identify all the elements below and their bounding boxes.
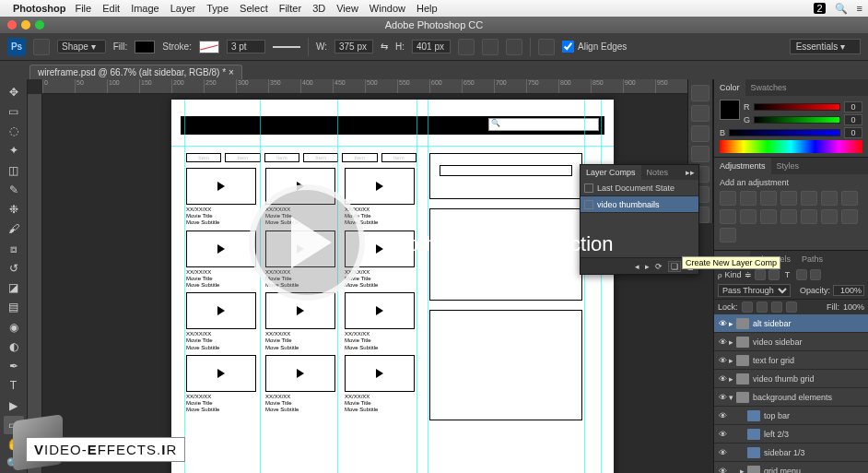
- tool-preset-icon[interactable]: [33, 39, 50, 55]
- menu-edit[interactable]: Edit: [102, 3, 120, 14]
- bw-icon[interactable]: [841, 191, 858, 206]
- b-slider[interactable]: [729, 129, 840, 136]
- g-value[interactable]: 0: [844, 114, 862, 125]
- tab-paths[interactable]: Paths: [796, 251, 828, 267]
- type-tool-icon[interactable]: T: [4, 377, 24, 395]
- history-panel-icon[interactable]: [691, 85, 710, 101]
- filter-type-icon[interactable]: T: [782, 270, 793, 279]
- menu-file[interactable]: File: [75, 3, 91, 14]
- menu-help[interactable]: Help: [416, 3, 438, 14]
- heal-tool-icon[interactable]: ❉: [4, 201, 24, 219]
- apply-icon[interactable]: [584, 183, 593, 193]
- guide[interactable]: [184, 100, 185, 473]
- filter-pixel-icon[interactable]: [755, 269, 766, 280]
- path-align-icon[interactable]: [482, 39, 499, 55]
- next-comp-icon[interactable]: ▸: [645, 262, 650, 271]
- color-lookup-icon[interactable]: [760, 209, 777, 224]
- document-tab[interactable]: wireframe.psd @ 66.7% (alt sidebar, RGB/…: [29, 65, 242, 79]
- g-slider[interactable]: [754, 116, 840, 124]
- lock-transparency-icon[interactable]: [742, 302, 753, 313]
- layers-list[interactable]: 👁▸alt sidebar👁▸video sidebar👁▸text for g…: [714, 314, 868, 473]
- lasso-tool-icon[interactable]: ◌: [4, 123, 24, 140]
- tab-adjustments[interactable]: Adjustments: [714, 158, 771, 174]
- menu-view[interactable]: View: [336, 3, 358, 14]
- layer-row[interactable]: 👁top bar: [714, 407, 868, 425]
- foreground-color-swatch[interactable]: [720, 100, 740, 120]
- gradient-map-icon[interactable]: [841, 209, 858, 224]
- layer-row[interactable]: 👁▸text for grid: [714, 351, 868, 370]
- hand-tool-icon[interactable]: ✋: [4, 436, 24, 454]
- invert-icon[interactable]: [780, 209, 797, 224]
- opacity-field[interactable]: 100%: [833, 285, 864, 296]
- link-wh-icon[interactable]: ⇆: [381, 41, 388, 52]
- r-value[interactable]: 0: [844, 101, 862, 112]
- shape-mode-select[interactable]: Shape ▾: [57, 40, 106, 53]
- layer-row[interactable]: 👁left 2/3: [714, 425, 868, 443]
- filter-smart-icon[interactable]: [810, 269, 821, 280]
- disclosure-icon[interactable]: ▸: [729, 337, 736, 347]
- layer-row[interactable]: 👁sidebar 1/3: [714, 443, 868, 462]
- menu-layer[interactable]: Layer: [170, 3, 196, 14]
- selective-color-icon[interactable]: [720, 228, 736, 242]
- zoom-tool-icon[interactable]: 🔍: [4, 455, 24, 473]
- layer-row[interactable]: 👁▸alt sidebar: [714, 314, 868, 333]
- ps-home-icon[interactable]: Ps: [7, 38, 26, 56]
- visibility-icon[interactable]: 👁: [716, 319, 729, 328]
- eyedropper-tool-icon[interactable]: ✎: [4, 181, 24, 198]
- gradient-tool-icon[interactable]: ▤: [4, 299, 24, 316]
- tab-swatches[interactable]: Swatches: [745, 79, 792, 96]
- blur-tool-icon[interactable]: ◉: [4, 318, 24, 336]
- b-value[interactable]: 0: [844, 127, 862, 138]
- guide[interactable]: [584, 100, 585, 473]
- stamp-tool-icon[interactable]: ⧈: [4, 240, 24, 257]
- new-layer-comp-button[interactable]: ❏: [668, 261, 681, 272]
- filter-adjust-icon[interactable]: [768, 269, 780, 280]
- menu-3d[interactable]: 3D: [312, 3, 325, 14]
- eraser-tool-icon[interactable]: ◪: [4, 279, 24, 297]
- ruler-vertical[interactable]: [28, 94, 42, 473]
- tab-notes[interactable]: Notes: [641, 165, 674, 180]
- visibility-icon[interactable]: 👁: [716, 448, 729, 457]
- prev-comp-icon[interactable]: ◂: [635, 262, 639, 271]
- guide[interactable]: [601, 100, 602, 473]
- apply-icon[interactable]: [584, 200, 593, 209]
- disclosure-icon[interactable]: ▸: [729, 319, 736, 328]
- layer-row[interactable]: 👁▾background elements: [714, 388, 868, 407]
- ruler-horizontal[interactable]: 0501001502002503003504004505005506006507…: [42, 79, 713, 94]
- disclosure-icon[interactable]: ▾: [729, 393, 736, 402]
- marquee-tool-icon[interactable]: ▭: [4, 102, 24, 120]
- disclosure-icon[interactable]: ▸: [729, 356, 736, 365]
- menu-filter[interactable]: Filter: [279, 3, 301, 14]
- close-tab-icon[interactable]: ×: [229, 67, 234, 77]
- history-brush-tool-icon[interactable]: ↺: [4, 259, 24, 277]
- artboard[interactable]: 🔍 ItemItemItemItemItemItem XX/XX/XXMovie…: [171, 100, 614, 473]
- gear-icon[interactable]: [538, 39, 555, 55]
- path-arrange-icon[interactable]: [506, 39, 522, 55]
- align-edges-checkbox[interactable]: [562, 41, 574, 53]
- character-panel-icon[interactable]: [691, 146, 710, 162]
- guide[interactable]: [260, 100, 261, 473]
- rectangle-tool-icon[interactable]: ▭: [4, 416, 24, 433]
- stroke-width-field[interactable]: 3 pt: [227, 40, 265, 53]
- height-field[interactable]: 401 px: [412, 40, 451, 53]
- visibility-icon[interactable]: 👁: [716, 393, 729, 402]
- tab-color[interactable]: Color: [714, 79, 745, 96]
- menu-list-icon[interactable]: ≡: [857, 3, 862, 14]
- threshold-icon[interactable]: [821, 209, 838, 224]
- wand-tool-icon[interactable]: ✦: [4, 142, 24, 160]
- path-ops-icon[interactable]: [458, 39, 475, 55]
- menu-window[interactable]: Window: [369, 3, 405, 14]
- curves-icon[interactable]: [760, 191, 777, 206]
- layer-row[interactable]: 👁▸video thumb grid: [714, 370, 868, 388]
- update-comp-icon[interactable]: ⟳: [655, 262, 663, 271]
- stroke-style-icon[interactable]: [273, 46, 300, 48]
- menu-select[interactable]: Select: [240, 3, 268, 14]
- visibility-icon[interactable]: 👁: [716, 411, 729, 420]
- guide[interactable]: [416, 100, 417, 473]
- menu-image[interactable]: Image: [131, 3, 159, 14]
- visibility-icon[interactable]: 👁: [716, 430, 729, 439]
- canvas-area[interactable]: 0501001502002503003504004505005506006507…: [28, 79, 713, 473]
- posterize-icon[interactable]: [801, 209, 817, 224]
- pen-tool-icon[interactable]: ✒: [4, 358, 24, 375]
- tab-styles[interactable]: Styles: [771, 158, 805, 174]
